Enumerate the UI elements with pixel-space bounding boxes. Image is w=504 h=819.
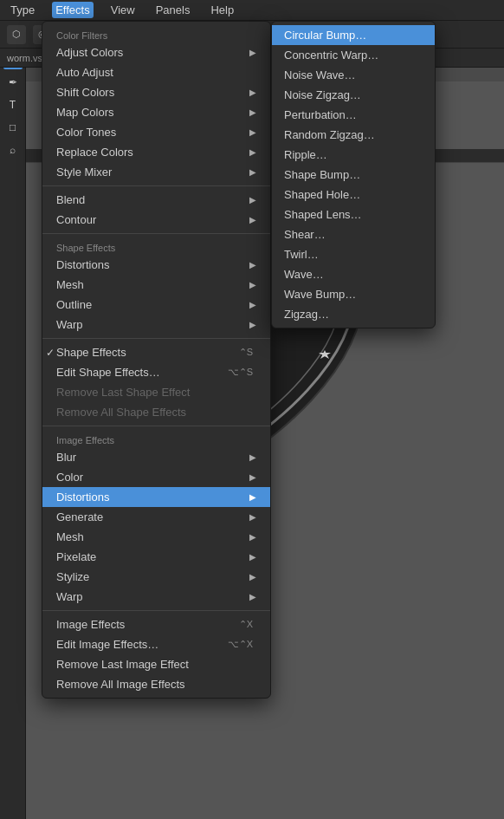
tool-text[interactable]: T	[3, 95, 23, 114]
submenu-twirl[interactable]: Twirl…	[272, 244, 435, 264]
arrow-icon: ▶	[249, 48, 256, 57]
menu-map-colors[interactable]: Map Colors ▶	[42, 102, 270, 122]
menu-shape-warp[interactable]: Warp ▶	[42, 315, 270, 335]
arrow-icon: ▶	[249, 127, 256, 137]
arrow-icon: ▶	[249, 215, 256, 224]
shortcut-edit-image-effects: ⌥⌃X	[228, 639, 253, 650]
arrow-icon: ▶	[249, 552, 256, 562]
shortcut-shape-effects: ⌃S	[239, 347, 253, 358]
menu-shift-colors[interactable]: Shift Colors ▶	[42, 82, 270, 102]
menu-shape-mesh[interactable]: Mesh ▶	[42, 275, 270, 295]
menu-remove-all-shape[interactable]: Remove All Shape Effects	[42, 402, 270, 422]
arrow-icon: ▶	[249, 572, 256, 582]
menu-remove-last-image[interactable]: Remove Last Image Effect	[42, 654, 270, 674]
submenu-wave-bump[interactable]: Wave Bump…	[272, 284, 435, 304]
menu-bar: Type Effects View Panels Help	[0, 0, 504, 21]
menu-view[interactable]: View	[107, 2, 139, 18]
submenu-perturbation[interactable]: Perturbation…	[272, 105, 435, 125]
separator-2	[42, 233, 270, 234]
menu-remove-last-shape[interactable]: Remove Last Shape Effect	[42, 382, 270, 402]
arrow-icon: ▶	[249, 147, 256, 157]
menu-image-pixelate[interactable]: Pixelate ▶	[42, 547, 270, 567]
submenu-circular-bump[interactable]: Circular Bump…	[272, 25, 435, 45]
menu-replace-colors[interactable]: Replace Colors ▶	[42, 142, 270, 162]
separator-5	[42, 610, 270, 611]
submenu-concentric-warp[interactable]: Concentric Warp…	[272, 45, 435, 65]
menu-image-color[interactable]: Color ▶	[42, 467, 270, 487]
menu-image-effects-toggle[interactable]: Image Effects ⌃X	[42, 614, 270, 634]
submenu-shaped-lens[interactable]: Shaped Lens…	[272, 205, 435, 224]
left-sidebar: ▸ ◈ ✒ T □ ⌕	[0, 21, 26, 819]
arrow-icon: ▶	[249, 300, 256, 309]
menu-help[interactable]: Help	[207, 2, 237, 18]
menu-image-blur[interactable]: Blur ▶	[42, 447, 270, 467]
submenu-zigzag[interactable]: Zigzag…	[272, 304, 435, 324]
submenu-wave[interactable]: Wave…	[272, 264, 435, 284]
menu-remove-all-image[interactable]: Remove All Image Effects	[42, 674, 270, 694]
arrow-icon: ▶	[249, 260, 256, 270]
submenu-shaped-hole[interactable]: Shaped Hole…	[272, 185, 435, 205]
submenu-shear[interactable]: Shear…	[272, 224, 435, 244]
menu-shape-distortions[interactable]: Distortions ▶	[42, 255, 270, 275]
tool-pen[interactable]: ✒	[3, 73, 23, 92]
arrow-icon: ▶	[249, 452, 256, 462]
menu-image-warp[interactable]: Warp ▶	[42, 587, 270, 607]
section-shape-effects: Shape Effects	[42, 237, 270, 255]
arrow-icon: ▶	[249, 592, 256, 601]
arrow-icon: ▶	[249, 280, 256, 289]
menu-image-generate[interactable]: Generate ▶	[42, 507, 270, 527]
arrow-icon: ▶	[249, 107, 256, 117]
menu-color-tones[interactable]: Color Tones ▶	[42, 122, 270, 142]
arrow-icon: ▶	[249, 532, 256, 542]
section-image-effects: Image Effects	[42, 430, 270, 447]
menu-blend[interactable]: Blend ▶	[42, 190, 270, 210]
menu-shape-effects-toggle[interactable]: Shape Effects ⌃S	[42, 342, 270, 362]
separator-1	[42, 185, 270, 186]
arrow-icon: ▶	[249, 472, 256, 482]
menu-image-stylize[interactable]: Stylize ▶	[42, 567, 270, 587]
menu-shape-outline[interactable]: Outline ▶	[42, 295, 270, 315]
menu-effects[interactable]: Effects	[52, 2, 94, 18]
shortcut-edit-shape-effects: ⌥⌃S	[228, 367, 253, 378]
menu-image-mesh[interactable]: Mesh ▶	[42, 527, 270, 547]
section-color-filters: Color Filters	[42, 25, 270, 42]
menu-contour[interactable]: Contour ▶	[42, 210, 270, 230]
arrow-icon: ▶	[249, 88, 256, 97]
arrow-icon: ▶	[249, 167, 256, 177]
submenu-noise-zigzag[interactable]: Noise Zigzag…	[272, 85, 435, 105]
menu-edit-image-effects[interactable]: Edit Image Effects… ⌥⌃X	[42, 634, 270, 654]
arrow-icon: ▶	[249, 320, 256, 329]
menu-panels[interactable]: Panels	[152, 2, 194, 18]
menu-adjust-colors[interactable]: Adjust Colors ▶	[42, 42, 270, 62]
submenu-noise-wave[interactable]: Noise Wave…	[272, 65, 435, 85]
menu-auto-adjust[interactable]: Auto Adjust	[42, 62, 270, 82]
submenu-random-zigzag[interactable]: Random Zigzag…	[272, 125, 435, 145]
arrow-icon: ▶	[249, 512, 256, 522]
menu-edit-shape-effects[interactable]: Edit Shape Effects… ⌥⌃S	[42, 362, 270, 382]
shortcut-image-effects: ⌃X	[239, 619, 253, 630]
submenu-ripple[interactable]: Ripple…	[272, 145, 435, 165]
arrow-icon: ▶	[249, 492, 256, 502]
submenu-shape-bump[interactable]: Shape Bump…	[272, 165, 435, 185]
arrow-icon: ▶	[249, 195, 256, 205]
toolbar-icon-1[interactable]: ⬡	[7, 25, 26, 44]
effects-menu: Color Filters Adjust Colors ▶ Auto Adjus…	[42, 21, 271, 699]
tool-shape[interactable]: □	[3, 118, 23, 137]
separator-4	[42, 426, 270, 426]
menu-type[interactable]: Type	[7, 2, 38, 18]
distortions-submenu: Circular Bump… Concentric Warp… Noise Wa…	[271, 21, 436, 328]
menu-image-distortions[interactable]: Distortions ▶	[42, 487, 270, 507]
menu-style-mixer[interactable]: Style Mixer ▶	[42, 162, 270, 182]
separator-3	[42, 338, 270, 339]
tool-zoom[interactable]: ⌕	[3, 140, 23, 159]
